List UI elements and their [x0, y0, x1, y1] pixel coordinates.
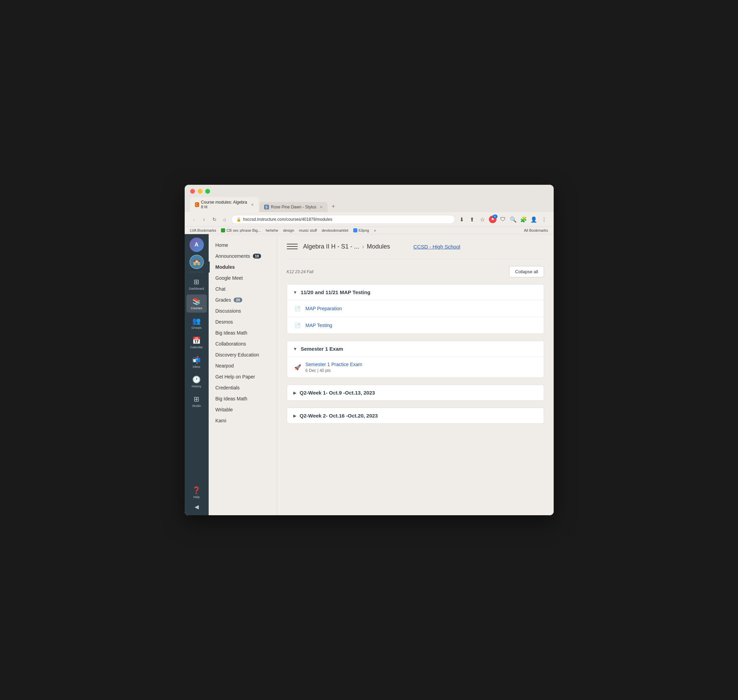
- bookmark-devbookmarklet[interactable]: devbookmarklet: [322, 228, 348, 232]
- inbox-icon: 📬: [192, 356, 201, 364]
- collaborations-nav-label: Collaborations: [216, 341, 246, 347]
- hamburger-button[interactable]: [287, 241, 298, 252]
- address-bar[interactable]: 🔒 hsccsd.instructure.com/courses/401879/…: [231, 215, 455, 224]
- tab-stylus-close[interactable]: ✕: [320, 205, 323, 209]
- all-bookmarks-link[interactable]: All Bookmarks: [524, 228, 548, 232]
- practice-exam-meta: 6 Dec | 40 pts: [306, 368, 362, 373]
- module-map-testing-toggle[interactable]: ▼: [293, 290, 297, 295]
- desmos-nav-label: Desmos: [216, 319, 233, 325]
- collapse-all-button[interactable]: Collapse all: [509, 266, 544, 277]
- new-tab-button[interactable]: +: [328, 200, 338, 212]
- course-nav-desmos[interactable]: Desmos: [209, 316, 277, 327]
- course-nav-discussions[interactable]: Discussions: [209, 306, 277, 316]
- course-nav-chat[interactable]: Chat: [209, 284, 277, 294]
- big-ideas-2-nav-label: Big Ideas Math: [216, 396, 247, 401]
- bookmark-lva[interactable]: LVA Bookmarks: [190, 228, 217, 232]
- sidebar-item-groups[interactable]: 👥 Groups: [186, 314, 207, 332]
- reload-button[interactable]: ↻: [211, 216, 218, 223]
- hamburger-line-1: [287, 244, 298, 244]
- module-item-practice-exam: 🚀 Semester 1 Practice Exam 6 Dec | 40 pt…: [287, 357, 544, 377]
- bookmark-hehehe[interactable]: hehehe: [266, 228, 278, 232]
- sidebar-item-dashboard[interactable]: ⊞ Dashboard: [186, 275, 207, 293]
- module-map-testing-header[interactable]: ▼ 11/20 and 11/21 MAP Testing: [287, 285, 544, 300]
- course-nav: Home Announcements 10 Modules Google Mee…: [209, 234, 277, 515]
- sidebar-item-calendar[interactable]: 📅 Calendar: [186, 334, 207, 352]
- bookmarks-more[interactable]: »: [374, 228, 376, 232]
- module-q2-week1-toggle[interactable]: ▶: [293, 390, 296, 395]
- sidebar-item-help[interactable]: ❓ Help: [186, 483, 207, 501]
- download-icon[interactable]: ⬇: [458, 215, 466, 224]
- module-q2-week2-toggle[interactable]: ▶: [293, 413, 296, 418]
- module-semester-header[interactable]: ▼ Semester 1 Exam: [287, 341, 544, 357]
- home-button[interactable]: ⌂: [221, 216, 229, 223]
- tab-stylus[interactable]: S Rose Pine Dawn - Stylus ✕: [259, 202, 328, 212]
- bookmark-music[interactable]: music stuff: [299, 228, 317, 232]
- map-prep-content: MAP Preparation: [306, 306, 342, 312]
- bookmark-hehehe-label: hehehe: [266, 228, 278, 232]
- course-nav-big-ideas-2[interactable]: Big Ideas Math: [209, 393, 277, 404]
- course-nav-grades[interactable]: Grades 20: [209, 294, 277, 306]
- canvas-sidebar: A 🏫 ⊞ Dashboard 📚 Courses 👥 Groups 📅 Cal…: [185, 234, 209, 515]
- ccsd-link[interactable]: CCSD - High School: [414, 244, 461, 250]
- map-prep-icon: 📄: [294, 305, 302, 312]
- course-nav-get-help[interactable]: Get Help on Paper: [209, 371, 277, 382]
- extensions-icon[interactable]: 🧩: [519, 215, 528, 224]
- extension-icon-1[interactable]: ⚑ 8: [489, 215, 497, 224]
- bookmark-google-icon: [353, 228, 357, 232]
- sidebar-collapse-button[interactable]: ◀: [186, 501, 207, 512]
- bookmark-cb[interactable]: CB sec phrase Big...: [221, 228, 261, 232]
- map-test-link[interactable]: MAP Testing: [306, 323, 332, 328]
- sidebar-item-history[interactable]: 🕐 History: [186, 373, 207, 391]
- extension-icon-3[interactable]: 🔍: [509, 215, 517, 224]
- sidebar-item-inbox[interactable]: 📬 Inbox: [186, 353, 207, 371]
- history-label: History: [192, 385, 201, 388]
- bookmark-cb-label: CB sec phrase Big...: [226, 228, 261, 232]
- share-icon[interactable]: ⬆: [468, 215, 476, 224]
- profile-icon[interactable]: 👤: [530, 215, 538, 224]
- course-nav-home[interactable]: Home: [209, 240, 277, 251]
- course-nav-big-ideas-1[interactable]: Big Ideas Math: [209, 327, 277, 338]
- sidebar-item-courses[interactable]: 📚 Courses: [186, 294, 207, 313]
- back-button[interactable]: ‹: [190, 216, 198, 223]
- bookmarks-bar: LVA Bookmarks CB sec phrase Big... heheh…: [185, 227, 554, 234]
- courses-icon: 📚: [192, 297, 201, 306]
- course-nav-credentials[interactable]: Credentials: [209, 382, 277, 393]
- extension-icon-2[interactable]: 🛡: [499, 215, 507, 224]
- bookmark-icon[interactable]: ☆: [478, 215, 487, 224]
- bookmark-dev-label: devbookmarklet: [322, 228, 348, 232]
- course-nav-modules[interactable]: Modules: [209, 262, 277, 272]
- course-nav-collaborations[interactable]: Collaborations: [209, 338, 277, 349]
- sidebar-item-studio[interactable]: ⊞ Studio: [186, 392, 207, 410]
- module-q2-week1-header[interactable]: ▶ Q2-Week 1- Oct.9 -Oct.13, 2023: [287, 385, 544, 400]
- course-nav-announcements[interactable]: Announcements 10: [209, 251, 277, 262]
- meta-label: K12 23-24 Fall: [287, 269, 314, 274]
- module-item-map-prep: 📄 MAP Preparation: [287, 300, 544, 317]
- tabs-bar: C Course modules: Algebra II H ✕ S Rose …: [190, 197, 548, 212]
- course-nav-kami[interactable]: Kami: [209, 415, 277, 426]
- discovery-nav-label: Discovery Education: [216, 352, 259, 357]
- bookmark-google[interactable]: 63png: [353, 228, 369, 232]
- lock-icon: 🔒: [236, 217, 241, 222]
- module-q2-week2-header[interactable]: ▶ Q2-Week 2- Oct.16 -Oct.20, 2023: [287, 408, 544, 424]
- close-button[interactable]: [190, 189, 195, 194]
- course-nav-discovery[interactable]: Discovery Education: [209, 349, 277, 360]
- menu-icon[interactable]: ⋮: [540, 215, 548, 224]
- course-nav-writable[interactable]: Writable: [209, 404, 277, 415]
- practice-exam-link[interactable]: Semester 1 Practice Exam: [306, 362, 362, 367]
- big-ideas-1-nav-label: Big Ideas Math: [216, 330, 247, 335]
- user-avatar-2[interactable]: 🏫: [189, 255, 204, 269]
- minimize-button[interactable]: [198, 189, 202, 194]
- tab-canvas-close[interactable]: ✕: [251, 203, 254, 207]
- module-semester-toggle[interactable]: ▼: [293, 347, 297, 351]
- module-map-testing-title: 11/20 and 11/21 MAP Testing: [301, 289, 370, 295]
- studio-label: Studio: [192, 404, 201, 407]
- bookmark-design[interactable]: design: [283, 228, 294, 232]
- course-nav-google-meet[interactable]: Google Meet: [209, 272, 277, 284]
- map-prep-link[interactable]: MAP Preparation: [306, 306, 342, 311]
- forward-button[interactable]: ›: [200, 216, 208, 223]
- course-nav-nearpod[interactable]: Nearpod: [209, 360, 277, 371]
- user-avatar-1[interactable]: A: [189, 238, 204, 252]
- tab-canvas[interactable]: C Course modules: Algebra II H ✕: [190, 197, 259, 212]
- grades-nav-label: Grades: [216, 297, 231, 303]
- maximize-button[interactable]: [205, 189, 210, 194]
